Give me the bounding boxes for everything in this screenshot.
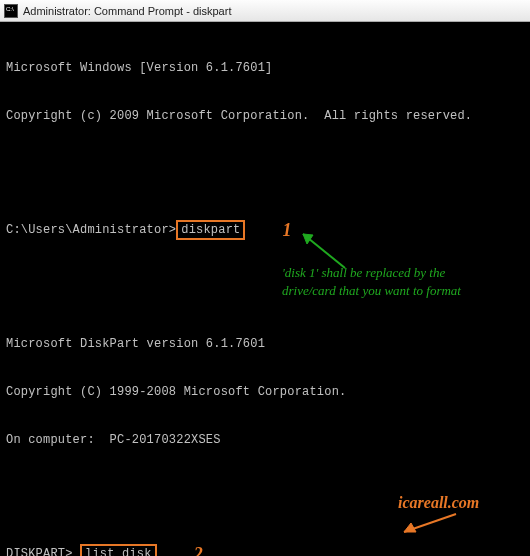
cmd-list-disk: list disk <box>80 544 157 556</box>
window-title: Administrator: Command Prompt - diskpart <box>23 5 231 17</box>
titlebar[interactable]: Administrator: Command Prompt - diskpart <box>0 0 530 22</box>
cmd-window: Administrator: Command Prompt - diskpart… <box>0 0 530 556</box>
cmd-icon <box>4 4 18 18</box>
win-copyright: Copyright (c) 2009 Microsoft Corporation… <box>6 108 526 124</box>
cmd-diskpart: diskpart <box>176 220 245 240</box>
arrow-icon <box>295 228 355 274</box>
prompt-path: C:\Users\Administrator> <box>6 223 176 237</box>
annotation-line-2: drive/card that you want to format <box>282 283 461 299</box>
win-version: Microsoft Windows [Version 6.1.7601] <box>6 60 526 76</box>
prompt-line-1: C:\Users\Administrator>diskpart 1 <box>6 220 526 240</box>
svg-marker-1 <box>303 234 313 244</box>
prompt-line-2: DISKPART> list disk 2 <box>6 544 526 556</box>
diskpart-prompt: DISKPART> <box>6 547 73 556</box>
diskpart-copyright: Copyright (C) 1999-2008 Microsoft Corpor… <box>6 384 526 400</box>
diskpart-host: On computer: PC-20170322XSES <box>6 432 526 448</box>
step-number-1: 1 <box>282 222 291 238</box>
step-number-2: 2 <box>194 546 203 556</box>
diskpart-version: Microsoft DiskPart version 6.1.7601 <box>6 336 526 352</box>
arrow-icon <box>396 510 466 540</box>
